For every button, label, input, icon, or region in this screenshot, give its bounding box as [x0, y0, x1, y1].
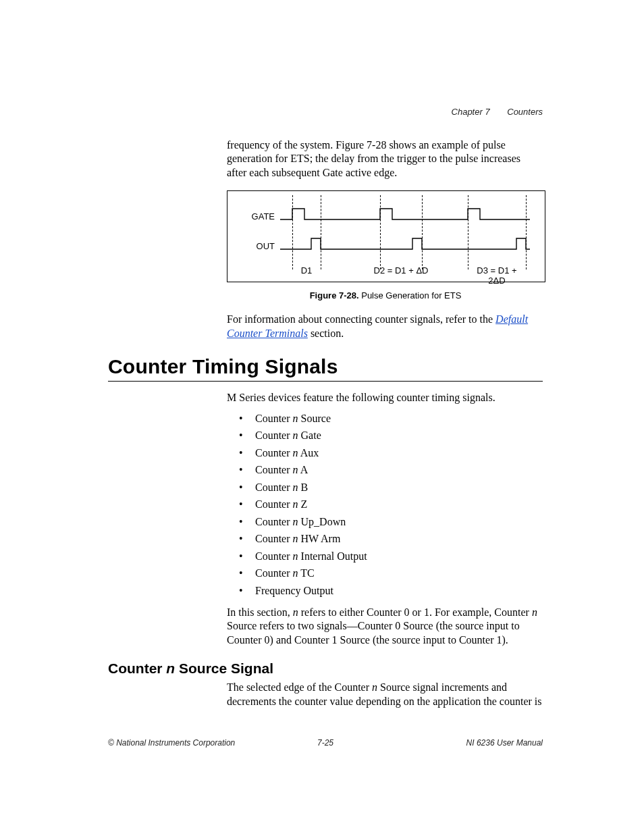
footer-copyright: © National Instruments Corporation [108, 738, 235, 748]
list-item: Counter n Aux [255, 446, 543, 460]
intro-text: frequency of the system. Figure 7-28 sho… [227, 138, 543, 180]
dash-line [526, 195, 527, 269]
out-label: OUT [241, 241, 275, 251]
header-title: Counters [507, 107, 543, 117]
list-item: Counter n HW Arm [255, 532, 543, 546]
list-item: Counter n Source [255, 412, 543, 425]
list-item: Frequency Output [255, 584, 543, 598]
annotation-d1: D1 [301, 265, 313, 276]
heading-counter-n-source: Counter n Source Signal [108, 660, 543, 677]
list-item: Counter n A [255, 463, 543, 477]
intro-paragraph: frequency of the system. Figure 7-28 sho… [227, 138, 543, 180]
heading-rule [108, 381, 543, 382]
heading-counter-timing-signals: Counter Timing Signals [108, 355, 543, 378]
figure-caption-number: Figure 7-28. [310, 290, 359, 301]
footer-page-number: 7-25 [317, 738, 333, 748]
header-chapter: Chapter 7 [452, 107, 490, 117]
dash-line [468, 195, 468, 269]
list-item: Counter n Internal Output [255, 550, 543, 563]
list-item: Counter n B [255, 481, 543, 494]
running-header: Chapter 7 Counters [452, 107, 543, 117]
dash-line [380, 195, 381, 269]
figure-7-28: GATE OUT D1 D2 = D1 + ΔD D3 = D1 + 2ΔD [227, 190, 545, 282]
page-footer: © National Instruments Corporation 7-25 … [108, 738, 543, 748]
link-paragraph: For information about connecting counter… [227, 313, 543, 340]
n-explanation: In this section, n refers to either Coun… [227, 606, 543, 647]
dash-line [422, 195, 423, 269]
list-item: Counter n Gate [255, 429, 543, 442]
footer-manual-title: NI 6236 User Manual [466, 738, 543, 748]
manual-page: Chapter 7 Counters frequency of the syst… [0, 0, 644, 834]
dash-line [292, 195, 293, 269]
signals-list: Counter n Source Counter n Gate Counter … [227, 412, 543, 598]
section-body: M Series devices feature the following c… [227, 391, 543, 647]
link-post: section. [308, 328, 344, 339]
annotation-d3: D3 = D1 + 2ΔD [473, 265, 521, 286]
figure-caption-text: Pulse Generation for ETS [359, 290, 462, 301]
figure-caption: Figure 7-28. Pulse Generation for ETS [227, 290, 544, 301]
subsection-body: The selected edge of the Counter n Sourc… [227, 681, 543, 708]
dash-line [321, 195, 321, 269]
gate-label: GATE [241, 211, 275, 221]
list-item: Counter n Up_Down [255, 515, 543, 529]
list-item: Counter n Z [255, 498, 543, 511]
signals-intro: M Series devices feature the following c… [227, 391, 543, 405]
timing-diagram-svg [280, 191, 537, 259]
annotation-d2: D2 = D1 + ΔD [374, 265, 429, 276]
list-item: Counter n TC [255, 567, 543, 580]
link-pre: For information about connecting counter… [227, 313, 495, 325]
